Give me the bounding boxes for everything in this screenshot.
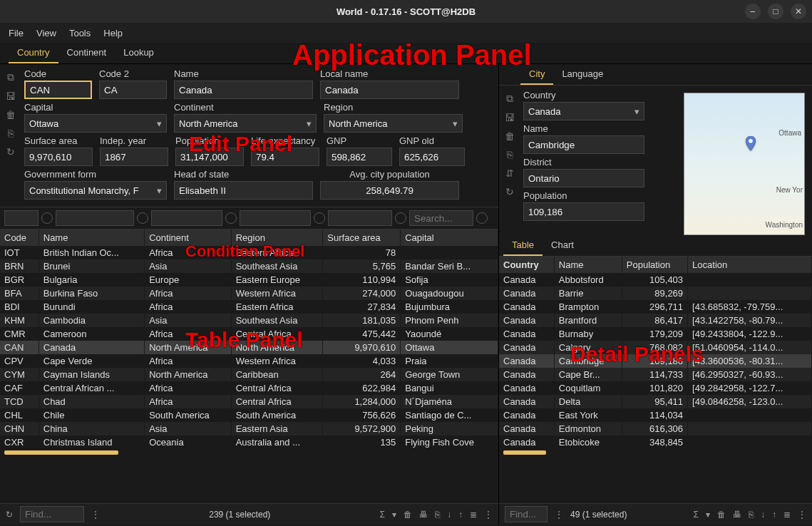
- delete-icon[interactable]: 🗑: [717, 510, 726, 520]
- column-header[interactable]: Capital: [401, 230, 498, 246]
- table-row[interactable]: KHMCambodiaAsiaSoutheast Asia181,035Phno…: [0, 314, 498, 327]
- input-headofstate[interactable]: [174, 181, 313, 200]
- condition-box[interactable]: [4, 210, 38, 226]
- menu-help[interactable]: Help: [103, 28, 123, 38]
- copy-icon[interactable]: ⎘: [8, 128, 14, 139]
- input-code[interactable]: [24, 81, 92, 99]
- country-table[interactable]: CodeNameContinentRegionSurface areaCapit…: [0, 230, 498, 503]
- select-capital[interactable]: Ottawa▾: [24, 114, 167, 133]
- column-header[interactable]: Surface area: [323, 230, 401, 246]
- table-row[interactable]: CanadaBrampton296,711[43.685832, -79.759…: [499, 300, 812, 314]
- column-header[interactable]: Continent: [145, 230, 231, 246]
- table-row[interactable]: CanadaCape Br...114,733[46.2950327, -60.…: [499, 368, 812, 381]
- table-row[interactable]: CanadaAbbotsford105,403: [499, 273, 812, 287]
- save-icon[interactable]: 🖫: [6, 91, 16, 102]
- input-surface[interactable]: [24, 148, 93, 166]
- menu-tools[interactable]: Tools: [69, 28, 91, 38]
- column-header[interactable]: Location: [688, 257, 812, 273]
- table-row[interactable]: IOTBritish Indian Oc...AfricaEastern Afr…: [0, 246, 498, 259]
- column-header[interactable]: Country: [499, 257, 554, 273]
- tab-continent[interactable]: Continent: [58, 43, 115, 63]
- condition-box[interactable]: [151, 210, 222, 226]
- maximize-button[interactable]: □: [768, 4, 783, 19]
- table-row[interactable]: CHNChinaAsiaEastern Asia9,572,900Peking: [0, 422, 498, 435]
- table-row[interactable]: CanadaCoquitlam101,820[49.2842958, -122.…: [499, 381, 812, 395]
- filter-icon[interactable]: ▾: [706, 510, 710, 520]
- condition-box[interactable]: [56, 210, 134, 226]
- table-row[interactable]: CMRCameroonAfricaCentral Africa475,442Ya…: [0, 327, 498, 341]
- delete-icon[interactable]: 🗑: [404, 510, 412, 520]
- copy-icon[interactable]: ⎘: [507, 149, 513, 160]
- table-row[interactable]: CANCanadaNorth AmericaNorth America9,970…: [0, 341, 498, 354]
- add-icon[interactable]: ⧉: [506, 93, 513, 105]
- table-row[interactable]: CPVCape VerdeAfricaWestern Africa4,033Pr…: [0, 354, 498, 368]
- tab-city[interactable]: City: [520, 64, 553, 85]
- copy-icon[interactable]: ⎘: [435, 510, 440, 520]
- tab-language[interactable]: Language: [553, 64, 612, 85]
- refresh-icon[interactable]: ↻: [6, 510, 13, 520]
- down-icon[interactable]: ↓: [447, 510, 451, 520]
- condition-toggle[interactable]: [137, 212, 148, 224]
- table-row[interactable]: BGRBulgariaEuropeEastern Europe110,994So…: [0, 273, 498, 287]
- input-detail-population[interactable]: [523, 202, 644, 221]
- save-icon[interactable]: 🖫: [505, 112, 515, 123]
- copy-icon[interactable]: ⎘: [749, 510, 754, 520]
- table-row[interactable]: CanadaEtobicoke348,845: [499, 435, 812, 449]
- list-icon[interactable]: ≣: [783, 510, 791, 520]
- table-row[interactable]: BFABurkina FasoAfricaWestern Africa274,0…: [0, 287, 498, 300]
- input-indep[interactable]: [100, 148, 168, 166]
- tab-table[interactable]: Table: [503, 235, 543, 256]
- menu-icon[interactable]: ⋮: [555, 510, 563, 520]
- table-row[interactable]: CanadaEdmonton616,306: [499, 422, 812, 435]
- find-input[interactable]: [505, 506, 548, 522]
- sum-icon[interactable]: Σ: [380, 510, 385, 520]
- column-header[interactable]: Region: [231, 230, 323, 246]
- menu-icon[interactable]: ⋮: [484, 510, 493, 520]
- list-icon[interactable]: ≣: [470, 510, 477, 520]
- table-row[interactable]: CYMCayman IslandsNorth AmericaCaribbean2…: [0, 368, 498, 381]
- select-region[interactable]: North America▾: [324, 114, 463, 133]
- table-row[interactable]: BDIBurundiAfricaEastern Africa27,834Buju…: [0, 300, 498, 314]
- condition-toggle[interactable]: [41, 212, 53, 224]
- condition-toggle[interactable]: [476, 212, 488, 224]
- filter-icon[interactable]: ▾: [392, 510, 396, 520]
- refresh-icon[interactable]: ↻: [6, 146, 15, 158]
- condition-box[interactable]: [240, 210, 311, 226]
- map[interactable]: Ottawa New Yor Washington: [684, 93, 805, 235]
- input-localname[interactable]: [320, 81, 459, 99]
- print-icon[interactable]: 🖶: [419, 510, 428, 520]
- input-code2[interactable]: [99, 81, 167, 99]
- search-input[interactable]: [409, 210, 473, 226]
- column-header[interactable]: Code: [0, 230, 38, 246]
- table-row[interactable]: TCDChadAfricaCentral Africa1,284,000N´Dj…: [0, 395, 498, 408]
- condition-box[interactable]: [328, 210, 392, 226]
- table-row[interactable]: BRNBruneiAsiaSoutheast Asia5,765Bandar S…: [0, 259, 498, 273]
- table-row[interactable]: CHLChileSouth AmericaSouth America756,62…: [0, 408, 498, 422]
- condition-toggle[interactable]: [225, 212, 237, 224]
- menu-icon[interactable]: ⋮: [798, 510, 806, 520]
- input-detail-district[interactable]: [523, 169, 644, 187]
- delete-icon[interactable]: 🗑: [6, 109, 16, 120]
- table-row[interactable]: CanadaBarrie89,269: [499, 287, 812, 300]
- condition-toggle[interactable]: [395, 212, 406, 224]
- find-input[interactable]: [20, 506, 84, 522]
- add-icon[interactable]: ⧉: [7, 71, 14, 83]
- column-header[interactable]: Name: [38, 230, 144, 246]
- table-row[interactable]: CanadaBrantford86,417[43.1422758, -80.79…: [499, 314, 812, 327]
- table-row[interactable]: CanadaBurnaby179,209[49.2433804, -122.9.…: [499, 327, 812, 341]
- link-icon[interactable]: ⇵: [505, 167, 514, 179]
- tab-country[interactable]: Country: [9, 43, 58, 63]
- input-lifeexp[interactable]: [251, 148, 319, 166]
- input-avgcitypop[interactable]: [320, 181, 459, 200]
- table-row[interactable]: CanadaCambridge109,186[43.3600536, -80.3…: [499, 354, 812, 368]
- menu-file[interactable]: File: [9, 28, 24, 38]
- column-header[interactable]: Population: [622, 257, 687, 273]
- menu-icon[interactable]: ⋮: [91, 510, 100, 520]
- sum-icon[interactable]: Σ: [694, 510, 699, 520]
- table-row[interactable]: CanadaDelta95,411[49.0846258, -123.0...: [499, 395, 812, 408]
- input-gnp[interactable]: [327, 148, 392, 166]
- refresh-icon[interactable]: ↻: [505, 186, 514, 197]
- scrollbar-thumb[interactable]: [4, 450, 118, 455]
- table-row[interactable]: CXRChristmas IslandOceaniaAustralia and …: [0, 435, 498, 449]
- scrollbar-thumb[interactable]: [503, 450, 546, 455]
